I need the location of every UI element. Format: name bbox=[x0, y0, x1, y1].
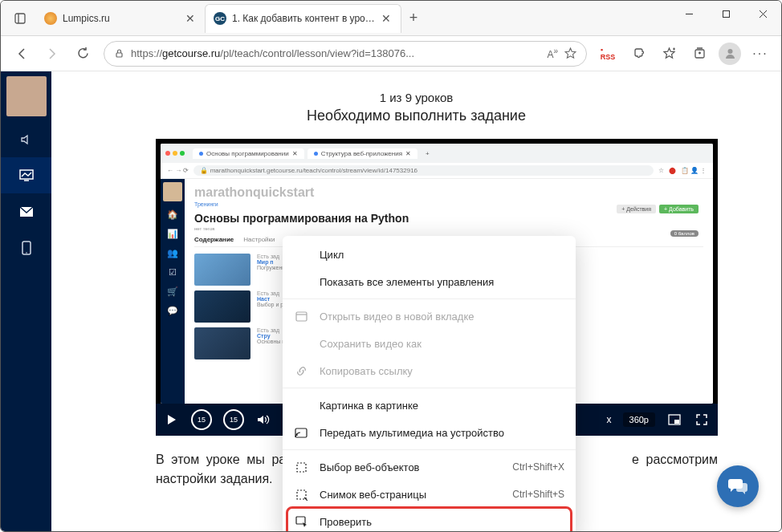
rewind-icon[interactable]: 15 bbox=[191, 409, 212, 430]
browser-titlebar: Lumpics.ru ✕ GC 1. Как добавить контент … bbox=[1, 1, 781, 36]
context-menu-item[interactable]: Снимок веб-страницыCtrl+Shift+S bbox=[283, 481, 576, 508]
tab-lumpics[interactable]: Lumpics.ru ✕ bbox=[36, 4, 205, 33]
inspect-icon bbox=[294, 516, 308, 527]
tab-strip: Lumpics.ru ✕ GC 1. Как добавить контент … bbox=[1, 1, 670, 35]
svg-rect-20 bbox=[674, 420, 679, 424]
read-aloud-icon[interactable]: A» bbox=[547, 47, 558, 60]
fullscreen-icon[interactable] bbox=[694, 412, 710, 428]
extensions-icon[interactable] bbox=[624, 39, 653, 68]
url-text: https://getcourse.ru/pl/teach/control/le… bbox=[131, 47, 540, 59]
context-menu-item[interactable]: Показать все элементы управления bbox=[283, 268, 576, 295]
lock-icon bbox=[114, 48, 124, 59]
context-menu-item[interactable]: Передать мультимедиа на устройство bbox=[283, 419, 576, 446]
sidebar-mail-icon[interactable] bbox=[1, 193, 51, 229]
tab-icon bbox=[294, 311, 308, 322]
favicon-getcourse: GC bbox=[214, 12, 226, 25]
lesson-counter: 1 из 9 уроков bbox=[51, 91, 781, 104]
user-avatar[interactable] bbox=[6, 76, 47, 116]
snip-icon bbox=[294, 489, 308, 501]
sidebar-training-icon[interactable] bbox=[1, 157, 51, 193]
forward-button[interactable] bbox=[38, 39, 67, 68]
context-menu-item[interactable]: Выбор веб-объектовCtrl+Shift+X bbox=[283, 453, 576, 481]
svg-rect-6 bbox=[116, 53, 122, 57]
back-button[interactable] bbox=[7, 39, 36, 68]
profile-button[interactable] bbox=[715, 39, 744, 68]
close-icon[interactable]: ✕ bbox=[381, 12, 393, 25]
chat-button[interactable] bbox=[717, 465, 759, 507]
favorite-icon[interactable] bbox=[564, 47, 576, 59]
lesson-header: 1 из 9 уроков Необходимо выполнить задан… bbox=[51, 71, 781, 139]
tab-title: Lumpics.ru bbox=[63, 13, 180, 24]
svg-rect-27 bbox=[296, 517, 305, 524]
select-icon bbox=[294, 461, 308, 473]
tab-getcourse[interactable]: GC 1. Как добавить контент в урок... ✕ bbox=[205, 4, 401, 33]
browser-toolbar: https://getcourse.ru/pl/teach/control/le… bbox=[1, 36, 781, 71]
window-controls bbox=[670, 1, 781, 26]
close-button[interactable] bbox=[744, 1, 781, 26]
svg-point-18 bbox=[26, 252, 27, 254]
sidebar-mobile-icon[interactable] bbox=[1, 229, 51, 266]
favorites-icon[interactable] bbox=[654, 39, 683, 68]
menu-button[interactable]: ··· bbox=[746, 39, 775, 68]
close-icon[interactable]: ✕ bbox=[185, 12, 197, 25]
context-menu-item[interactable]: Картинка в картинке bbox=[283, 392, 576, 419]
cast-icon bbox=[294, 428, 308, 438]
tab-title: 1. Как добавить контент в урок... bbox=[232, 13, 376, 24]
context-menu-item: Открыть видео в новой вкладке bbox=[283, 303, 576, 330]
address-bar[interactable]: https://getcourse.ru/pl/teach/control/le… bbox=[104, 41, 587, 67]
app-sidebar bbox=[1, 71, 51, 531]
tab-actions-icon[interactable] bbox=[7, 6, 33, 31]
lesson-title: Необходимо выполнить задание bbox=[51, 108, 781, 124]
context-menu: ЦиклПоказать все элементы управленияОткр… bbox=[283, 236, 576, 532]
ext-rss-icon[interactable]: ▪RSS bbox=[593, 39, 622, 68]
link-icon bbox=[294, 365, 308, 377]
resolution-label[interactable]: 360p bbox=[623, 412, 655, 427]
minimize-button[interactable] bbox=[670, 1, 707, 26]
play-icon[interactable] bbox=[164, 412, 180, 428]
svg-rect-23 bbox=[295, 428, 307, 437]
context-menu-item: Копировать ссылку bbox=[283, 357, 576, 384]
forward-icon[interactable]: 15 bbox=[223, 409, 244, 430]
context-menu-item[interactable]: Проверить bbox=[283, 508, 576, 532]
svg-point-13 bbox=[727, 49, 732, 54]
svg-rect-24 bbox=[297, 463, 306, 472]
svg-rect-0 bbox=[15, 14, 25, 23]
refresh-button[interactable] bbox=[68, 39, 97, 68]
favicon-lumpics bbox=[44, 12, 57, 25]
pip-icon[interactable] bbox=[666, 412, 682, 428]
svg-rect-3 bbox=[723, 10, 729, 17]
sidebar-volume-icon[interactable] bbox=[1, 121, 51, 157]
context-menu-item[interactable]: Цикл bbox=[283, 241, 576, 268]
context-menu-item: Сохранить видео как bbox=[283, 330, 576, 357]
volume-icon[interactable] bbox=[255, 412, 271, 428]
new-tab-button[interactable]: + bbox=[401, 6, 426, 30]
maximize-button[interactable] bbox=[707, 1, 744, 26]
collections-icon[interactable] bbox=[685, 39, 714, 68]
svg-rect-21 bbox=[296, 312, 307, 321]
